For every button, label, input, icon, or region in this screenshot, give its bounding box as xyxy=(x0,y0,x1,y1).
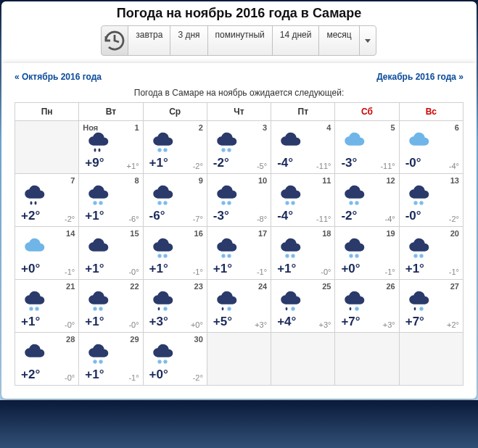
day-cell[interactable]: 23 +3° +0° xyxy=(144,280,207,333)
weekday-header: Сб xyxy=(335,103,399,121)
tab-three-days[interactable]: 3 дня xyxy=(170,25,207,56)
high-temp: +1° xyxy=(85,315,104,329)
page-title: Погода на ноябрь 2016 года в Самаре xyxy=(1,6,477,21)
tab-month[interactable]: месяц xyxy=(318,25,359,56)
day-number: 24 xyxy=(258,282,267,291)
high-temp: +1° xyxy=(149,262,168,276)
day-cell[interactable]: 12 -2° -4° xyxy=(335,174,399,227)
high-temp: -2° xyxy=(213,156,229,170)
day-number: 13 xyxy=(450,176,459,185)
high-temp: +1° xyxy=(85,368,104,382)
day-cell[interactable]: 9 -6° -7° xyxy=(144,174,207,227)
low-temp: -0° xyxy=(65,373,75,382)
day-cell[interactable]: 3 -2° -5° xyxy=(207,121,271,174)
low-temp: -2° xyxy=(193,373,203,382)
day-cell[interactable]: 24 +5° +3° xyxy=(207,280,271,333)
svg-point-19 xyxy=(35,202,37,205)
day-cell[interactable]: 28 +2° -0° xyxy=(15,333,79,386)
day-cell[interactable]: Ноя 1 +9° +1° xyxy=(79,121,143,174)
high-temp: +1° xyxy=(21,315,40,329)
low-temp: -2° xyxy=(193,162,203,170)
day-cell[interactable]: 5 -3° -11° xyxy=(335,121,399,174)
history-dropdown-button[interactable] xyxy=(101,25,128,56)
day-cell[interactable]: 2 +1° -2° xyxy=(144,121,207,174)
day-cell[interactable]: 15 +1° -0° xyxy=(79,227,143,280)
period-tabs: завтра 3 дня поминутный 14 дней месяц xyxy=(1,25,477,63)
day-cell[interactable]: 13 -0° -2° xyxy=(400,174,463,227)
cloud-snow-dark-icon xyxy=(85,343,111,368)
high-temp: -4° xyxy=(277,209,293,223)
empty-cell xyxy=(207,333,271,386)
day-cell[interactable]: 30 +0° -2° xyxy=(144,333,207,386)
svg-point-124 xyxy=(157,307,160,311)
day-number: 7 xyxy=(70,176,75,185)
day-cell[interactable]: 21 +1° -0° xyxy=(15,280,79,333)
day-cell[interactable]: 18 +1° -0° xyxy=(271,227,335,280)
day-number: 3 xyxy=(263,123,267,132)
day-cell[interactable]: 27 +7° +2° xyxy=(400,280,463,333)
month-nav: « Октябрь 2016 года Декабрь 2016 года » xyxy=(15,72,463,82)
low-temp: -11° xyxy=(316,162,331,170)
day-cell[interactable]: 10 -3° -8° xyxy=(207,174,271,227)
high-temp: -3° xyxy=(213,209,229,223)
day-number: 1 xyxy=(134,123,139,132)
high-temp: +2° xyxy=(21,368,40,382)
low-temp: -1° xyxy=(449,267,459,276)
day-cell[interactable]: 8 +1° -6° xyxy=(79,174,143,227)
day-cell[interactable]: 19 +0° -1° xyxy=(335,227,399,280)
low-temp: -4° xyxy=(449,162,459,170)
day-number: 11 xyxy=(322,176,331,185)
low-temp: -8° xyxy=(257,215,267,223)
prev-month-link[interactable]: « Октябрь 2016 года xyxy=(15,72,102,82)
day-cell[interactable]: 17 +1° -1° xyxy=(207,227,271,280)
svg-point-144 xyxy=(413,307,416,311)
day-cell[interactable]: 26 +7° +3° xyxy=(335,280,399,333)
day-cell[interactable]: 6 -0° -4° xyxy=(400,121,463,174)
day-number: 22 xyxy=(130,282,139,291)
cloud-rain-snow-icon xyxy=(405,290,432,315)
day-cell[interactable]: 4 -4° -11° xyxy=(271,121,335,174)
high-temp: +1° xyxy=(85,209,104,223)
low-temp: -1° xyxy=(65,267,75,276)
high-temp: +1° xyxy=(149,156,168,170)
weekday-header: Пн xyxy=(15,103,79,121)
cloud-rain-snow-icon xyxy=(149,290,176,315)
tab-tomorrow[interactable]: завтра xyxy=(128,25,170,56)
cloud-dark-icon xyxy=(21,343,47,368)
high-temp: -6° xyxy=(149,209,165,223)
next-month-link[interactable]: Декабрь 2016 года » xyxy=(376,72,463,82)
day-number: 30 xyxy=(194,335,203,344)
low-temp: +1° xyxy=(127,162,139,170)
day-cell[interactable]: 22 +1° -0° xyxy=(79,280,143,333)
day-cell[interactable]: 25 +4° +3° xyxy=(271,280,335,333)
day-cell[interactable]: 20 +1° -1° xyxy=(400,227,463,280)
cloud-dark-icon xyxy=(277,131,303,156)
high-temp: +0° xyxy=(21,262,40,276)
day-number: 2 xyxy=(199,123,203,132)
cloud-rain-snow-icon xyxy=(341,290,367,315)
high-temp: +7° xyxy=(405,315,424,329)
high-temp: +5° xyxy=(213,315,232,329)
low-temp: -6° xyxy=(128,215,139,223)
day-cell[interactable]: 7 +2° -2° xyxy=(15,174,79,227)
low-temp: +3° xyxy=(255,320,267,329)
cloud-snow-dark-icon xyxy=(213,131,239,156)
day-cell[interactable]: 14 +0° -1° xyxy=(15,227,79,280)
day-number: 26 xyxy=(386,282,395,291)
day-cell[interactable]: 11 -4° -11° xyxy=(271,174,335,227)
high-temp: +7° xyxy=(341,315,360,329)
tab-minute[interactable]: поминутный xyxy=(207,25,273,56)
day-number: 14 xyxy=(66,229,75,238)
low-temp: -0° xyxy=(321,267,331,276)
cloud-snow-dark-icon xyxy=(85,184,111,209)
cloud-light-icon xyxy=(21,237,47,262)
tab-fourteen-days[interactable]: 14 дней xyxy=(272,25,320,56)
svg-point-134 xyxy=(286,307,288,311)
day-number: 17 xyxy=(258,229,267,238)
day-cell[interactable]: 29 +1° -1° xyxy=(79,333,143,386)
weekday-header: Вт xyxy=(79,103,143,121)
tab-more-dropdown[interactable] xyxy=(359,25,376,56)
cloud-snow-dark-icon xyxy=(405,184,432,209)
high-temp: +4° xyxy=(277,315,296,329)
day-cell[interactable]: 16 +1° -1° xyxy=(144,227,207,280)
